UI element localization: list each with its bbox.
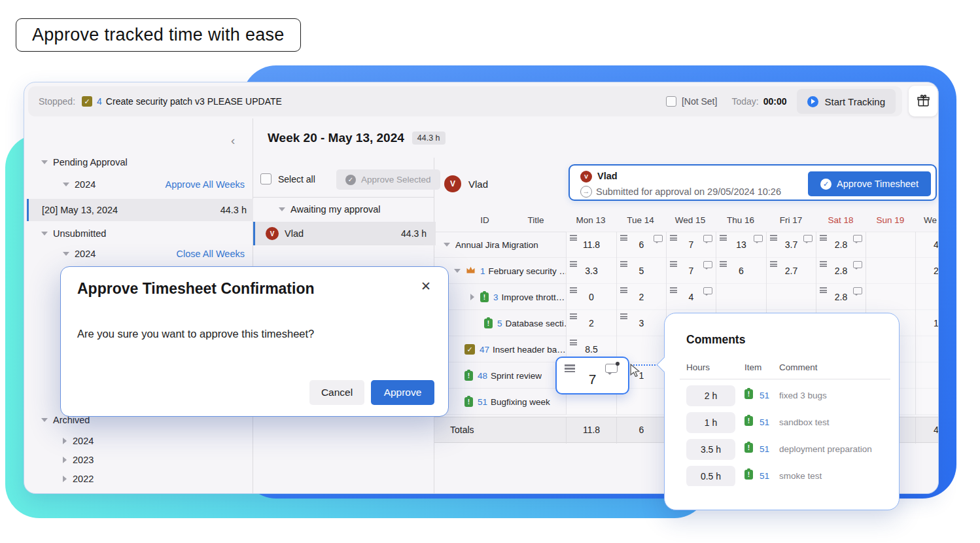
day-cell[interactable] [766,284,816,310]
issue-id-link[interactable]: 47 [480,345,489,355]
day-cell[interactable]: 7 [666,232,716,258]
collapse-sidebar-button[interactable]: ‹ [231,133,235,148]
sidebar-item-selected-week[interactable]: [20] May 13, 2024 44.3 h [27,199,253,221]
task-title[interactable]: Create security patch v3 PLEASE UPDATE [106,96,282,107]
sidebar-group-unsubmitted[interactable]: Unsubmitted [41,227,106,240]
row-label[interactable]: !3Improve thrott… [434,284,566,310]
row-label[interactable]: !48Sprint review [434,362,566,389]
day-cell[interactable]: 6 [616,232,666,258]
chevron-right-icon[interactable] [470,294,474,300]
comments-list: 2 h!51fixed 3 bugs1 h!51sandbox test3.5 … [665,383,899,486]
day-cell[interactable]: 2 [616,284,666,310]
chevron-down-icon[interactable] [41,160,48,164]
sidebar-group-pending[interactable]: Pending Approval [41,156,128,169]
day-cell[interactable] [866,284,915,310]
sidebar-year-item[interactable]: 2023 [63,453,94,466]
comments-col-item: Item [744,362,761,372]
col-sun: Sun 19 [864,209,917,232]
select-all-control[interactable]: Select all [260,173,315,184]
chevron-down-icon[interactable] [444,243,450,247]
comments-title: Comments [686,333,745,347]
stopped-label: Stopped: [39,96,75,107]
year-label: 2024 [73,436,94,446]
chevron-down-icon[interactable] [41,232,48,236]
approval-group-row[interactable]: Awaiting my approval [279,204,381,215]
chevron-down-icon[interactable] [454,269,461,273]
issue-id-link[interactable]: 3 [493,292,499,302]
sidebar-year-item[interactable]: 2022 [63,472,94,485]
today-label: Today: [731,96,758,107]
day-cell[interactable]: 2.8 [816,258,866,284]
approval-user-row[interactable]: V Vlad 44.3 h [253,222,436,245]
approve-button[interactable]: Approve [371,380,434,405]
aggregate-icon [570,261,577,267]
row-title: Database secti… [506,319,566,328]
chevron-down-icon[interactable] [63,183,69,186]
day-cell[interactable]: 3 [616,310,666,336]
row-label[interactable]: !5Database secti… [434,310,566,336]
task-id-link[interactable]: 4 [97,96,102,107]
issue-id-link[interactable]: 1 [480,266,485,276]
sidebar-item-unsubmitted-2024[interactable]: 2024 Close All Weeks [63,247,245,260]
day-cell[interactable]: 2 [566,310,616,336]
approve-timesheet-label: Approve Timesheet [837,179,919,189]
cancel-button[interactable]: Cancel [309,380,364,405]
gift-button[interactable] [909,86,937,116]
sidebar-item-pending-2024[interactable]: 2024 Approve All Weeks [63,178,245,191]
day-cell[interactable]: 11.8 [566,232,616,258]
day-cell[interactable]: 6 [716,258,766,284]
chevron-down-icon[interactable] [63,252,69,256]
row-label[interactable]: !51Bugfixing week [434,389,566,415]
row-label[interactable]: ✓47Insert header ba… [434,336,566,362]
day-cell[interactable] [716,284,766,310]
aggregate-icon [820,261,827,267]
item-link[interactable]: 51 [760,391,769,400]
day-cell[interactable]: 3.7 [766,232,816,258]
chevron-right-icon[interactable] [63,438,67,444]
hovered-cell-popup[interactable]: 7 [555,357,629,394]
item-link[interactable]: 51 [760,471,769,481]
day-cell[interactable]: 0 [566,284,616,310]
day-cell[interactable] [866,258,915,284]
cell-value: 7 [557,372,628,387]
comment-text: fixed 3 bugs [779,391,827,400]
item-link[interactable]: 51 [760,444,769,454]
day-cell[interactable]: 7 [666,258,716,284]
row-label[interactable]: Annual Jira Migration [434,232,566,258]
chevron-down-icon[interactable] [279,207,285,211]
timesheet-user-name: Vlad [468,179,488,190]
sidebar-year-item[interactable]: 2024 [63,434,94,447]
day-cell[interactable]: 5 [616,258,666,284]
day-cell[interactable]: 4 [666,284,716,310]
start-tracking-label: Start Tracking [824,96,885,107]
select-all-checkbox[interactable] [260,173,271,184]
approve-all-weeks-link[interactable]: Approve All Weeks [166,179,245,190]
chevron-right-icon[interactable] [63,476,67,482]
start-tracking-button[interactable]: Start Tracking [797,89,896,114]
close-icon[interactable]: ✕ [421,279,431,294]
comment-icon [754,235,763,242]
close-all-weeks-link[interactable]: Close All Weeks [177,249,245,259]
row-title: Annual Jira Migration [455,240,538,250]
comment-icon [703,235,712,242]
day-cell[interactable]: 13 [716,232,766,258]
issue-id-link[interactable]: 51 [478,397,487,407]
day-cell[interactable]: 2.8 [816,284,866,310]
item-link[interactable]: 51 [760,417,769,427]
avatar: V [580,171,592,183]
day-cell[interactable]: 2.7 [766,258,816,284]
approve-selected-button[interactable]: ✓ Approve Selected [336,169,440,190]
not-set-checkbox[interactable] [666,96,676,107]
chevron-right-icon[interactable] [63,457,67,463]
pending-year-label: 2024 [75,179,96,190]
task-icon: ! [484,319,493,328]
day-cell[interactable]: 3.3 [566,258,616,284]
chevron-down-icon[interactable] [41,418,48,422]
issue-id-link[interactable]: 48 [478,371,487,381]
comment-icon [853,287,862,294]
day-cell[interactable] [866,232,915,258]
row-label[interactable]: 1February security … [434,258,566,284]
day-cell[interactable]: 2.8 [816,232,866,258]
issue-id-link[interactable]: 5 [497,319,502,328]
approve-timesheet-button[interactable]: ✓ Approve Timesheet [808,171,931,196]
